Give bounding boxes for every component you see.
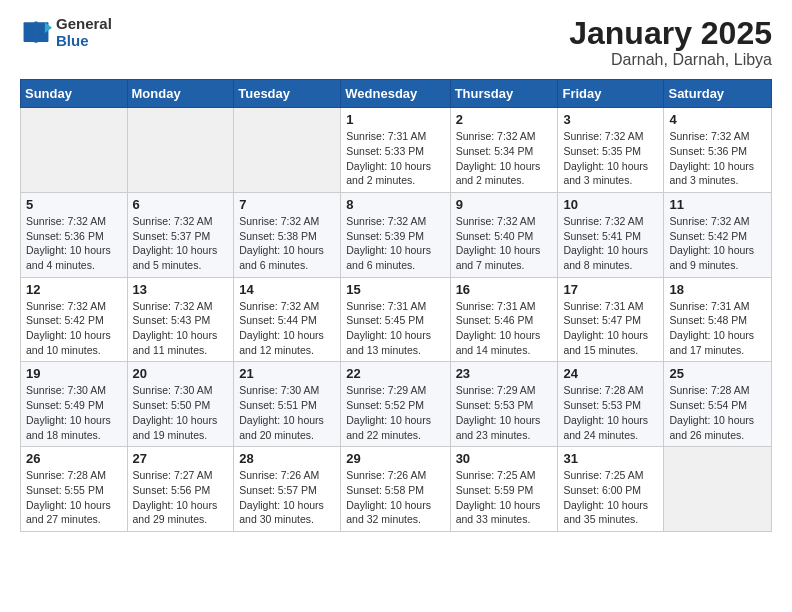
table-row: 29Sunrise: 7:26 AMSunset: 5:58 PMDayligh… bbox=[341, 447, 450, 532]
day-info: Sunrise: 7:32 AMSunset: 5:44 PMDaylight:… bbox=[239, 299, 335, 358]
calendar-week-row: 1Sunrise: 7:31 AMSunset: 5:33 PMDaylight… bbox=[21, 108, 772, 193]
day-number: 1 bbox=[346, 112, 444, 127]
col-saturday: Saturday bbox=[664, 80, 772, 108]
day-info: Sunrise: 7:30 AMSunset: 5:49 PMDaylight:… bbox=[26, 383, 122, 442]
day-info: Sunrise: 7:32 AMSunset: 5:35 PMDaylight:… bbox=[563, 129, 658, 188]
day-number: 10 bbox=[563, 197, 658, 212]
table-row bbox=[234, 108, 341, 193]
day-info: Sunrise: 7:32 AMSunset: 5:37 PMDaylight:… bbox=[133, 214, 229, 273]
table-row: 15Sunrise: 7:31 AMSunset: 5:45 PMDayligh… bbox=[341, 277, 450, 362]
table-row: 9Sunrise: 7:32 AMSunset: 5:40 PMDaylight… bbox=[450, 192, 558, 277]
calendar-title: January 2025 bbox=[569, 16, 772, 51]
table-row bbox=[664, 447, 772, 532]
calendar-week-row: 12Sunrise: 7:32 AMSunset: 5:42 PMDayligh… bbox=[21, 277, 772, 362]
day-number: 24 bbox=[563, 366, 658, 381]
table-row: 1Sunrise: 7:31 AMSunset: 5:33 PMDaylight… bbox=[341, 108, 450, 193]
col-monday: Monday bbox=[127, 80, 234, 108]
day-number: 18 bbox=[669, 282, 766, 297]
day-info: Sunrise: 7:32 AMSunset: 5:36 PMDaylight:… bbox=[669, 129, 766, 188]
day-info: Sunrise: 7:30 AMSunset: 5:50 PMDaylight:… bbox=[133, 383, 229, 442]
table-row: 18Sunrise: 7:31 AMSunset: 5:48 PMDayligh… bbox=[664, 277, 772, 362]
table-row: 16Sunrise: 7:31 AMSunset: 5:46 PMDayligh… bbox=[450, 277, 558, 362]
day-number: 25 bbox=[669, 366, 766, 381]
day-number: 22 bbox=[346, 366, 444, 381]
table-row: 11Sunrise: 7:32 AMSunset: 5:42 PMDayligh… bbox=[664, 192, 772, 277]
day-number: 3 bbox=[563, 112, 658, 127]
table-row: 21Sunrise: 7:30 AMSunset: 5:51 PMDayligh… bbox=[234, 362, 341, 447]
day-info: Sunrise: 7:32 AMSunset: 5:38 PMDaylight:… bbox=[239, 214, 335, 273]
table-row: 19Sunrise: 7:30 AMSunset: 5:49 PMDayligh… bbox=[21, 362, 128, 447]
logo-text: General Blue bbox=[56, 16, 112, 49]
table-row: 12Sunrise: 7:32 AMSunset: 5:42 PMDayligh… bbox=[21, 277, 128, 362]
table-row bbox=[127, 108, 234, 193]
day-number: 19 bbox=[26, 366, 122, 381]
logo-blue-text: Blue bbox=[56, 33, 112, 50]
logo-general-text: General bbox=[56, 16, 112, 33]
calendar-week-row: 26Sunrise: 7:28 AMSunset: 5:55 PMDayligh… bbox=[21, 447, 772, 532]
day-info: Sunrise: 7:32 AMSunset: 5:41 PMDaylight:… bbox=[563, 214, 658, 273]
svg-rect-3 bbox=[34, 21, 38, 42]
col-thursday: Thursday bbox=[450, 80, 558, 108]
table-row: 4Sunrise: 7:32 AMSunset: 5:36 PMDaylight… bbox=[664, 108, 772, 193]
table-row: 25Sunrise: 7:28 AMSunset: 5:54 PMDayligh… bbox=[664, 362, 772, 447]
table-row: 23Sunrise: 7:29 AMSunset: 5:53 PMDayligh… bbox=[450, 362, 558, 447]
day-number: 8 bbox=[346, 197, 444, 212]
day-info: Sunrise: 7:32 AMSunset: 5:42 PMDaylight:… bbox=[26, 299, 122, 358]
day-number: 30 bbox=[456, 451, 553, 466]
day-number: 12 bbox=[26, 282, 122, 297]
day-number: 15 bbox=[346, 282, 444, 297]
day-info: Sunrise: 7:32 AMSunset: 5:42 PMDaylight:… bbox=[669, 214, 766, 273]
day-number: 4 bbox=[669, 112, 766, 127]
table-row: 31Sunrise: 7:25 AMSunset: 6:00 PMDayligh… bbox=[558, 447, 664, 532]
day-info: Sunrise: 7:28 AMSunset: 5:54 PMDaylight:… bbox=[669, 383, 766, 442]
day-info: Sunrise: 7:32 AMSunset: 5:36 PMDaylight:… bbox=[26, 214, 122, 273]
day-info: Sunrise: 7:31 AMSunset: 5:46 PMDaylight:… bbox=[456, 299, 553, 358]
svg-rect-1 bbox=[24, 22, 36, 42]
table-row: 13Sunrise: 7:32 AMSunset: 5:43 PMDayligh… bbox=[127, 277, 234, 362]
day-number: 20 bbox=[133, 366, 229, 381]
day-number: 11 bbox=[669, 197, 766, 212]
day-info: Sunrise: 7:32 AMSunset: 5:39 PMDaylight:… bbox=[346, 214, 444, 273]
logo: General Blue bbox=[20, 16, 112, 49]
day-info: Sunrise: 7:32 AMSunset: 5:40 PMDaylight:… bbox=[456, 214, 553, 273]
day-number: 2 bbox=[456, 112, 553, 127]
day-info: Sunrise: 7:26 AMSunset: 5:57 PMDaylight:… bbox=[239, 468, 335, 527]
table-row: 17Sunrise: 7:31 AMSunset: 5:47 PMDayligh… bbox=[558, 277, 664, 362]
table-row: 28Sunrise: 7:26 AMSunset: 5:57 PMDayligh… bbox=[234, 447, 341, 532]
calendar-location: Darnah, Darnah, Libya bbox=[569, 51, 772, 69]
table-row: 20Sunrise: 7:30 AMSunset: 5:50 PMDayligh… bbox=[127, 362, 234, 447]
table-row: 14Sunrise: 7:32 AMSunset: 5:44 PMDayligh… bbox=[234, 277, 341, 362]
title-block: January 2025 Darnah, Darnah, Libya bbox=[569, 16, 772, 69]
day-number: 26 bbox=[26, 451, 122, 466]
table-row: 7Sunrise: 7:32 AMSunset: 5:38 PMDaylight… bbox=[234, 192, 341, 277]
table-row: 8Sunrise: 7:32 AMSunset: 5:39 PMDaylight… bbox=[341, 192, 450, 277]
day-info: Sunrise: 7:29 AMSunset: 5:52 PMDaylight:… bbox=[346, 383, 444, 442]
day-number: 14 bbox=[239, 282, 335, 297]
table-row: 3Sunrise: 7:32 AMSunset: 5:35 PMDaylight… bbox=[558, 108, 664, 193]
day-number: 27 bbox=[133, 451, 229, 466]
calendar-week-row: 5Sunrise: 7:32 AMSunset: 5:36 PMDaylight… bbox=[21, 192, 772, 277]
day-number: 29 bbox=[346, 451, 444, 466]
table-row bbox=[21, 108, 128, 193]
day-info: Sunrise: 7:31 AMSunset: 5:45 PMDaylight:… bbox=[346, 299, 444, 358]
header: General Blue January 2025 Darnah, Darnah… bbox=[20, 16, 772, 69]
day-number: 6 bbox=[133, 197, 229, 212]
day-info: Sunrise: 7:28 AMSunset: 5:55 PMDaylight:… bbox=[26, 468, 122, 527]
logo-icon bbox=[20, 17, 52, 49]
col-friday: Friday bbox=[558, 80, 664, 108]
day-info: Sunrise: 7:29 AMSunset: 5:53 PMDaylight:… bbox=[456, 383, 553, 442]
header-row: Sunday Monday Tuesday Wednesday Thursday… bbox=[21, 80, 772, 108]
day-info: Sunrise: 7:32 AMSunset: 5:43 PMDaylight:… bbox=[133, 299, 229, 358]
day-number: 31 bbox=[563, 451, 658, 466]
day-number: 5 bbox=[26, 197, 122, 212]
table-row: 27Sunrise: 7:27 AMSunset: 5:56 PMDayligh… bbox=[127, 447, 234, 532]
table-row: 22Sunrise: 7:29 AMSunset: 5:52 PMDayligh… bbox=[341, 362, 450, 447]
day-info: Sunrise: 7:31 AMSunset: 5:47 PMDaylight:… bbox=[563, 299, 658, 358]
day-info: Sunrise: 7:25 AMSunset: 6:00 PMDaylight:… bbox=[563, 468, 658, 527]
day-number: 7 bbox=[239, 197, 335, 212]
day-number: 9 bbox=[456, 197, 553, 212]
day-number: 16 bbox=[456, 282, 553, 297]
table-row: 6Sunrise: 7:32 AMSunset: 5:37 PMDaylight… bbox=[127, 192, 234, 277]
day-number: 17 bbox=[563, 282, 658, 297]
day-number: 21 bbox=[239, 366, 335, 381]
